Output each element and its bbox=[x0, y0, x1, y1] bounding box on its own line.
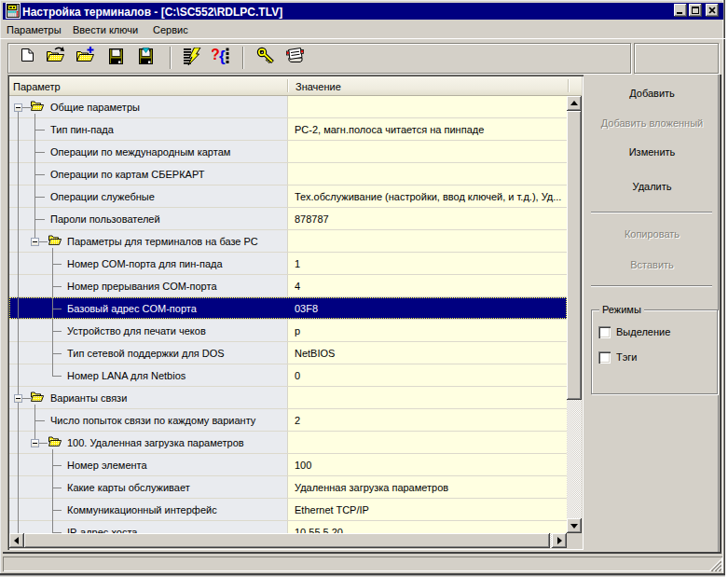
svg-text:{: { bbox=[219, 48, 226, 65]
